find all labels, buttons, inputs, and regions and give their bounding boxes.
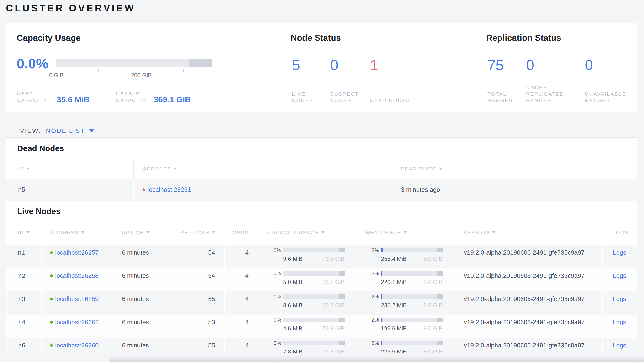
node-address-link[interactable]: localhost:26262 <box>55 318 98 326</box>
mem-usage-bar <box>381 341 442 345</box>
mem-used-value: 235.2 MiB <box>381 302 407 309</box>
capacity-usage-percent: 0% <box>268 248 281 253</box>
cpus-value: 4 <box>246 272 249 279</box>
sort-desc-icon <box>146 232 150 234</box>
dead-nodes-heading: Dead Nodes <box>17 143 637 153</box>
summary-stat: 0SUSPECT NODES <box>330 57 368 104</box>
column-header-uptime[interactable]: UPTIME <box>112 220 165 245</box>
capacity-stats: USED CAPACITY35.6 MiBUSABLE CAPACITY369.… <box>17 90 232 104</box>
capacity-stat-value: 369.1 GiB <box>154 95 191 104</box>
capacity-usage-percent: 0% <box>268 271 281 276</box>
replicas-value: 53 <box>208 318 215 326</box>
sort-desc-icon <box>439 168 442 170</box>
replicas-value: 55 <box>208 342 215 349</box>
node-address-link[interactable]: localhost:26259 <box>55 295 98 302</box>
column-header-label: ADDRESS <box>143 166 171 172</box>
logs-link[interactable]: Logs <box>613 272 626 279</box>
sort-desc-icon <box>26 232 30 234</box>
node-address-link[interactable]: localhost:26258 <box>55 272 98 279</box>
logs-link[interactable]: Logs <box>613 249 626 256</box>
logs-link[interactable]: Logs <box>613 295 626 302</box>
summary-stat-value: 0 <box>585 57 637 73</box>
column-header-address[interactable]: ADDRESS <box>41 220 112 245</box>
capacity-stat-value: 35.6 MiB <box>56 95 90 104</box>
capacity-total-value: 73.8 GiB <box>322 302 345 309</box>
capacity-percent: 0.0% <box>17 56 48 71</box>
version-value: v19.2.0-alpha.20190606-2491-gfe735c9a97 <box>464 342 584 349</box>
bottom-shadow <box>108 355 644 362</box>
replicas-value: 54 <box>208 272 215 279</box>
node-id: n3 <box>18 295 25 302</box>
summary-stat-label: UNAVAILABLE RANGES <box>585 91 637 104</box>
capacity-bar-reserved-segment <box>339 341 345 345</box>
view-dropdown[interactable]: NODE LIST <box>46 127 94 135</box>
mem-usage-cell: 2%199.6 MiB8.0 GiB <box>356 315 454 338</box>
node-id: n5 <box>18 186 25 193</box>
logs-cell: Logs <box>602 315 637 338</box>
capacity-stat-label: USABLE CAPACITY <box>116 90 152 103</box>
mem-usage-fill <box>381 341 382 345</box>
logs-cell: Logs <box>602 268 637 291</box>
logs-link[interactable]: Logs <box>613 318 626 326</box>
replicas-value: 55 <box>208 295 215 302</box>
replicas-cell: 55 <box>165 291 224 315</box>
capacity-used-value: 4.6 MiB <box>283 325 302 332</box>
column-header-label: CPUS <box>233 230 249 236</box>
capacity-usage-cell: 0%4.6 MiB73.8 GiB <box>260 315 356 338</box>
node-address-link[interactable]: localhost:26257 <box>55 249 98 256</box>
mem-used-value: 220.1 MiB <box>381 279 407 285</box>
summary-stat-value: 1 <box>370 57 412 73</box>
column-header-capacity-usage[interactable]: CAPACITY USAGE <box>260 220 356 245</box>
cpus-cell: 4 <box>224 315 260 338</box>
summary-stat-label: SUSPECT NODES <box>330 91 368 104</box>
replicas-value: 54 <box>208 249 215 256</box>
live-status-dot-icon <box>50 344 53 347</box>
logs-cell: Logs <box>602 245 637 268</box>
column-header-dead-since[interactable]: DEAD SINCE <box>391 159 637 178</box>
mem-usage-fill <box>381 294 382 299</box>
replicas-cell: 54 <box>165 268 224 291</box>
node-address-cell: localhost:26261 <box>134 178 391 201</box>
capacity-used-value: 8.6 MiB <box>283 302 302 309</box>
node-address-cell: localhost:26258 <box>41 268 112 291</box>
column-header-label: VERSION <box>464 230 490 236</box>
node-id: n6 <box>18 342 25 349</box>
replicas-cell: 55 <box>165 338 224 353</box>
version-cell: v19.2.0-alpha.20190606-2491-gfe735c9a97 <box>454 268 602 291</box>
logs-link[interactable]: Logs <box>613 342 626 349</box>
mem-bar-reserved-segment <box>436 317 442 322</box>
uptime-cell: 6 minutes <box>112 245 165 268</box>
live-nodes-heading: Live Nodes <box>17 206 637 216</box>
capacity-bar-reserved-segment <box>339 317 345 322</box>
version-value: v19.2.0-alpha.20190606-2491-gfe735c9a97 <box>464 249 584 256</box>
capacity-axis-tick <box>56 69 56 72</box>
capacity-usage-cell: 0%9.6 MiB73.8 GiB <box>260 245 356 268</box>
node-address-link[interactable]: localhost:26260 <box>55 342 98 349</box>
uptime-cell: 6 minutes <box>112 291 165 315</box>
live-status-dot-icon <box>50 321 53 323</box>
sort-desc-icon <box>321 232 325 234</box>
column-header-id[interactable]: ID <box>6 159 134 178</box>
summary-stat: 0UNAVAILABLE RANGES <box>585 57 637 104</box>
view-label: VIEW: <box>20 127 41 135</box>
node-address-link[interactable]: localhost:26261 <box>148 186 191 193</box>
capacity-usage-percent: 0% <box>268 341 281 345</box>
node-id-cell: n3 <box>6 291 41 315</box>
uptime-cell: 6 minutes <box>112 338 165 353</box>
sort-desc-icon <box>26 168 30 170</box>
column-header-version[interactable]: VERSION <box>454 220 602 245</box>
node-address-cell: localhost:26257 <box>41 245 112 268</box>
live-status-dot-icon <box>50 251 53 254</box>
mem-usage-bar <box>381 271 442 276</box>
summary-stat-label: UNDER-REPLICATED RANGES <box>526 84 574 104</box>
mem-used-value: 225.5 MiB <box>381 348 407 353</box>
capacity-usage-heading: Capacity Usage <box>17 33 81 43</box>
view-selector-bar: VIEW: NODE LIST <box>20 125 94 136</box>
column-header-mem-usage[interactable]: MEM USAGE <box>356 220 454 245</box>
mem-total-value: 8.0 GiB <box>424 348 442 353</box>
column-header-address[interactable]: ADDRESS <box>134 159 391 178</box>
capacity-usage-cell: 0%5.0 MiB73.8 GiB <box>260 268 356 291</box>
column-header-replicas[interactable]: REPLICAS <box>165 220 224 245</box>
capacity-usage-bar <box>283 248 345 253</box>
column-header-id[interactable]: ID <box>6 220 41 245</box>
